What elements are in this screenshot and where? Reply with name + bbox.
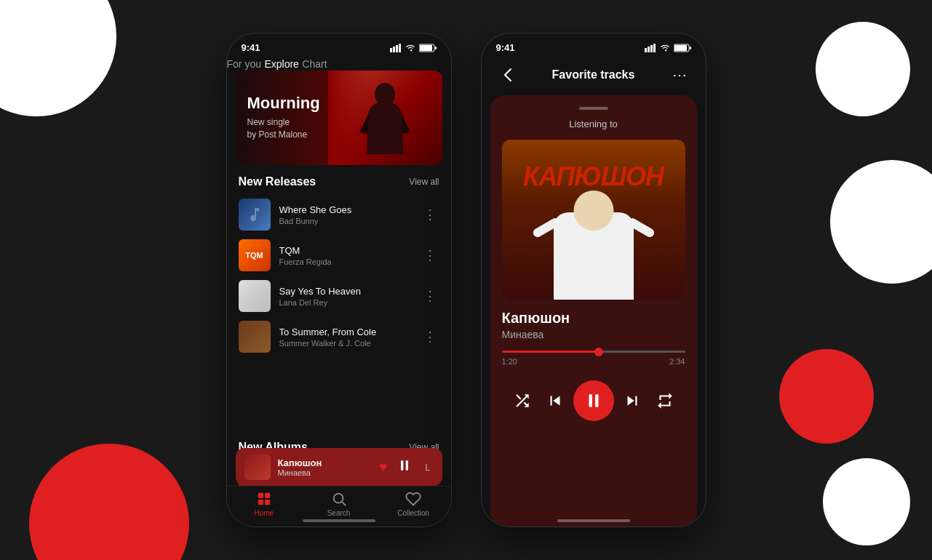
listening-to-label: Listening to (502, 119, 685, 129)
svg-point-15 (333, 493, 343, 503)
status-bar-2: 9:41 (482, 33, 706, 57)
track-thumb-where-she-goes (239, 199, 271, 231)
repeat-icon (656, 391, 674, 410)
svg-rect-25 (595, 394, 598, 407)
back-button[interactable] (496, 63, 519, 87)
wifi-icon-2 (659, 44, 671, 52)
track-more-icon[interactable]: ⋮ (421, 285, 439, 307)
progress-total: 2:34 (669, 357, 685, 366)
status-time-1: 9:41 (242, 42, 260, 53)
progress-section: 1:20 2:34 (502, 351, 685, 366)
svg-rect-23 (690, 47, 691, 49)
bottom-nav-search[interactable]: Search (301, 491, 376, 517)
track-name: To Summer, From Cole (279, 327, 412, 337)
track-item[interactable]: TQM TQM Fuerza Regida ⋮ (227, 235, 451, 276)
svg-line-16 (342, 502, 346, 505)
track-item[interactable]: Say Yes To Heaven Lana Del Rey ⋮ (227, 276, 451, 316)
track-more-icon[interactable]: ⋮ (421, 204, 439, 225)
album-art-text: КАПЮШОН (502, 161, 685, 192)
track-info: TQM Fuerza Regida (279, 245, 412, 266)
home-label: Home (254, 509, 274, 517)
hero-banner[interactable]: Mourning New singleby Post Malone (236, 71, 442, 165)
signal-icon-2 (645, 44, 656, 52)
status-icons-1 (390, 44, 437, 52)
hero-artist-image (328, 71, 442, 165)
svg-rect-12 (265, 492, 270, 497)
now-playing-info: Капюшон Минаева (278, 457, 373, 477)
track-artist: Lana Del Rey (279, 298, 412, 307)
track-item[interactable]: Where She Goes Bad Bunny ⋮ (227, 194, 451, 235)
player-card: Listening to КАПЮШОН (490, 95, 697, 527)
drag-handle (579, 107, 608, 110)
more-button[interactable]: ⋯ (668, 63, 691, 87)
progress-bar[interactable] (502, 351, 685, 353)
track-info: To Summer, From Cole Summer Walker & J. … (279, 327, 412, 348)
track-artist: Summer Walker & J. Cole (279, 339, 412, 348)
battery-icon (419, 44, 437, 52)
new-releases-header: New Releases View all (227, 165, 451, 194)
next-icon[interactable]: L (422, 462, 433, 473)
next-button[interactable] (618, 386, 647, 415)
svg-rect-11 (258, 492, 263, 497)
phone-explore: 9:41 (226, 33, 452, 527)
track-artist: Bad Bunny (279, 217, 412, 225)
now-playing-thumb (244, 454, 271, 480)
phone-now-playing: 9:41 (481, 33, 706, 527)
svg-rect-18 (648, 47, 650, 52)
svg-rect-13 (258, 499, 263, 504)
next-icon (623, 391, 642, 410)
bottom-nav-collection[interactable]: Collection (376, 491, 451, 517)
svg-rect-3 (399, 44, 401, 52)
shuffle-button[interactable] (508, 386, 537, 415)
track-more-icon[interactable]: ⋮ (421, 326, 439, 348)
progress-current: 1:20 (502, 357, 517, 366)
track-title-large: Капюшон (502, 310, 685, 327)
new-releases-view-all[interactable]: View all (409, 177, 439, 187)
track-list: Where She Goes Bad Bunny ⋮ TQM TQM Fuerz… (227, 194, 451, 431)
now-playing-name: Капюшон (278, 457, 373, 468)
now-playing-artist: Минаева (278, 468, 373, 477)
track-item[interactable]: To Summer, From Cole Summer Walker & J. … (227, 316, 451, 357)
bottom-nav-home[interactable]: Home (227, 491, 302, 517)
svg-rect-10 (406, 460, 408, 470)
svg-rect-14 (265, 499, 270, 504)
progress-fill (502, 351, 600, 353)
battery-icon-2 (674, 44, 691, 52)
now-playing-bar[interactable]: Капюшон Минаева ♥ L (236, 448, 442, 486)
pause-button-icon (584, 391, 603, 410)
person-head (573, 191, 613, 231)
track-more-icon[interactable]: ⋮ (421, 244, 439, 266)
collection-icon (405, 491, 421, 507)
new-releases-title: New Releases (239, 175, 316, 188)
svg-rect-1 (393, 47, 395, 52)
track-thumb-say-yes (239, 280, 271, 312)
track-thumb-to-summer (239, 321, 271, 353)
status-icons-2 (645, 44, 691, 52)
back-icon (504, 68, 511, 81)
track-artist-large: Минаева (502, 329, 685, 340)
svg-rect-6 (435, 47, 437, 49)
track-thumb-tqm: TQM (239, 239, 271, 271)
pause-svg (397, 458, 412, 473)
shuffle-icon (513, 391, 532, 410)
track-name: Where She Goes (279, 204, 412, 215)
svg-rect-17 (645, 48, 647, 52)
track-name: Say Yes To Heaven (279, 286, 412, 297)
home-indicator-2 (557, 519, 630, 522)
svg-rect-5 (420, 45, 432, 51)
status-bar-1: 9:41 (227, 33, 451, 57)
pause-icon[interactable] (394, 458, 415, 476)
home-indicator (303, 519, 375, 522)
repeat-button[interactable] (650, 386, 680, 415)
play-pause-button[interactable] (573, 380, 614, 421)
heart-icon[interactable]: ♥ (380, 460, 388, 475)
music-note-icon (246, 206, 263, 223)
track-artist: Fuerza Regida (279, 257, 412, 266)
phone2-header: Favorite tracks ⋯ (482, 57, 706, 95)
previous-icon (546, 391, 565, 410)
previous-button[interactable] (541, 386, 570, 415)
svg-rect-2 (396, 45, 398, 52)
progress-dot (594, 348, 603, 356)
track-meta: Капюшон Минаева (502, 310, 685, 340)
search-nav-icon (331, 491, 347, 507)
